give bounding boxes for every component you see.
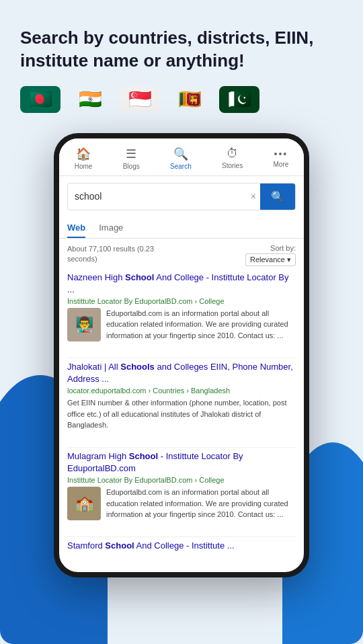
nav-bar: 🏠 Home ☰ Blogs 🔍 Search ⏱ Stories ••• Mo… (59, 138, 304, 176)
result-body-1: 👨‍🏫 Eduportalbd.com is an information po… (67, 308, 296, 341)
result-title-4[interactable]: Stamford School And College - Instittute… (67, 540, 296, 552)
results-count: About 77,100 results (0.23 seconds) (67, 244, 154, 265)
result-thumb-3: 🏫 (67, 487, 101, 520)
result-snippet-3: Eduportalbd.com is an information portal… (106, 487, 296, 520)
result-url-2: locator.eduportalbd.com › Countries › Ba… (67, 387, 296, 395)
clear-button[interactable]: × (247, 191, 260, 202)
nav-home[interactable]: 🏠 Home (69, 144, 98, 173)
flag-srilanka[interactable]: 🇱🇰 (169, 86, 210, 113)
nav-blogs[interactable]: ☰ Blogs (118, 144, 145, 173)
home-icon: 🏠 (76, 147, 91, 161)
more-icon: ••• (274, 149, 288, 159)
result-thumb-1: 👨‍🏫 (67, 308, 101, 341)
header-section: Search by countries, districts, EIIN, in… (0, 0, 363, 133)
sort-dropdown[interactable]: Relevance ▾ (245, 253, 296, 266)
result-item-2: Jhalokati | All Schools and Colleges EII… (67, 361, 296, 436)
search-button[interactable]: 🔍 (260, 184, 295, 210)
tab-web[interactable]: Web (67, 223, 85, 238)
blogs-icon: ☰ (126, 147, 136, 161)
result-snippet-2: Get EIIN number & other information (pho… (67, 397, 296, 431)
search-bar: × 🔍 (67, 183, 296, 210)
search-bar-wrapper: × 🔍 (59, 176, 304, 217)
tabs-row: Web Image (59, 217, 304, 239)
flag-singapore[interactable]: 🇸🇬 (120, 86, 160, 113)
sort-section: Sort by: Relevance ▾ (245, 244, 296, 266)
flag-bangladesh[interactable]: 🇧🇩 (20, 86, 61, 113)
result-snippet-1: Eduportalbd.com is an information portal… (106, 308, 296, 341)
search-nav-icon: 🔍 (173, 147, 188, 161)
tab-image[interactable]: Image (99, 223, 123, 238)
search-input[interactable] (68, 186, 247, 207)
result-item-1: Nazneen High School And College - Instit… (67, 272, 296, 347)
divider-1 (67, 358, 296, 358)
results-container: Nazneen High School And College - Instit… (59, 269, 304, 573)
nav-more[interactable]: ••• More (268, 146, 294, 171)
stories-icon: ⏱ (227, 147, 239, 161)
result-title-1[interactable]: Nazneen High School And College - Instit… (67, 272, 296, 296)
results-info: About 77,100 results (0.23 seconds) Sort… (59, 239, 304, 269)
result-item-3: Mulagram High School - Instittute Locato… (67, 450, 296, 526)
result-url-3: Instittute Locator By EduportalBD.com › … (67, 476, 296, 484)
nav-search[interactable]: 🔍 Search (165, 144, 197, 173)
divider-2 (67, 447, 296, 448)
result-url-1: Instittute Locator By EduportalBD.com › … (67, 297, 296, 305)
flag-india[interactable]: 🇮🇳 (70, 86, 110, 113)
headline: Search by countries, districts, EIIN, in… (20, 27, 343, 73)
result-title-3[interactable]: Mulagram High School - Instittute Locato… (67, 450, 296, 475)
phone-wrapper: 🏠 Home ☰ Blogs 🔍 Search ⏱ Stories ••• Mo… (0, 133, 363, 578)
flags-row: 🇧🇩 🇮🇳 🇸🇬 🇱🇰 🇵🇰 (20, 86, 343, 113)
result-body-3: 🏫 Eduportalbd.com is an information port… (67, 487, 296, 520)
result-title-2[interactable]: Jhalokati | All Schools and Colleges EII… (67, 361, 296, 385)
flag-pakistan[interactable]: 🇵🇰 (219, 86, 259, 113)
result-item-4: Stamford School And College - Instittute… (67, 540, 296, 559)
divider-3 (67, 536, 296, 537)
nav-stories[interactable]: ⏱ Stories (216, 144, 248, 172)
phone-mockup: 🏠 Home ☰ Blogs 🔍 Search ⏱ Stories ••• Mo… (54, 133, 309, 578)
